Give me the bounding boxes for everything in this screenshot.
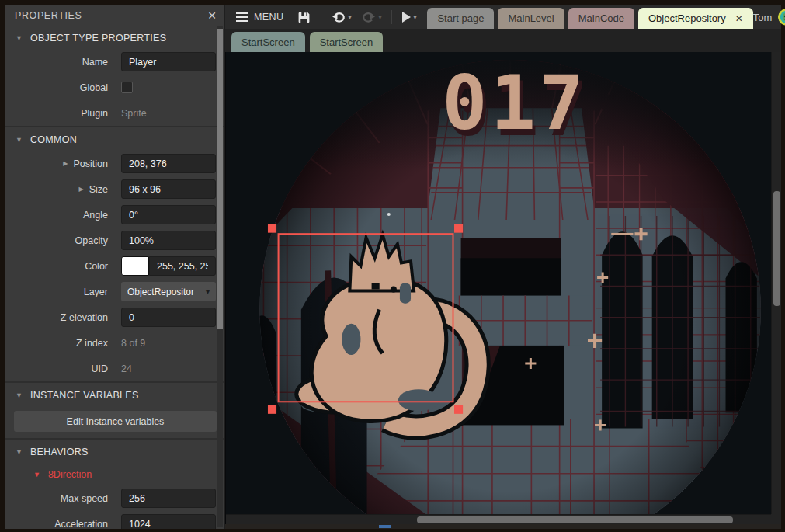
section-title: OBJECT TYPE PROPERTIES: [30, 33, 166, 43]
layer-dropdown-value: ObjectRepositor: [127, 287, 206, 297]
caret-down-icon[interactable]: ▾: [348, 14, 351, 21]
z-index-label: Z index: [76, 338, 108, 349]
collapse-triangle-icon: ▼: [16, 448, 23, 456]
tab-label: MainCode: [578, 12, 624, 24]
section-header-behaviors[interactable]: ▼ BEHAVIORS: [5, 438, 224, 463]
user-account[interactable]: Tom: [753, 5, 785, 29]
size-input[interactable]: [121, 179, 216, 199]
properties-panel-title: PROPERTIES: [15, 10, 82, 21]
property-row-uid: UID 24: [5, 356, 224, 381]
expand-triangle-icon[interactable]: ▶: [63, 160, 68, 167]
tab-objectrepository-active[interactable]: ObjectRepository ✕: [638, 8, 753, 29]
position-input[interactable]: [121, 154, 216, 173]
tab-label: ObjectRepository: [648, 12, 726, 24]
layout-subtabs: StartScreen StartScreen: [225, 29, 781, 52]
toolbar: MENU ▾: [225, 5, 781, 29]
global-label: Global: [80, 82, 108, 93]
layout-canvas[interactable]: 017 017: [225, 52, 781, 524]
layer-dropdown[interactable]: ObjectRepositor ▾: [121, 282, 216, 301]
properties-panel-header: PROPERTIES ✕: [5, 5, 224, 26]
score-text: 017 017: [442, 60, 590, 153]
section-title: BEHAVIORS: [30, 447, 89, 457]
subtab-label: StartScreen: [320, 37, 373, 48]
property-row-angle: Angle: [5, 202, 224, 228]
tab-mainlevel[interactable]: MainLevel: [498, 8, 564, 29]
collapse-triangle-icon: ▼: [33, 471, 40, 478]
undo-button[interactable]: ▾: [327, 5, 356, 29]
save-button[interactable]: [293, 5, 315, 29]
property-row-color: Color: [5, 253, 224, 279]
canvas-horizontal-scrollbar[interactable]: [226, 514, 771, 524]
color-swatch[interactable]: [121, 256, 149, 276]
size-label: Size: [89, 184, 108, 195]
score-text-face: 017: [442, 60, 587, 148]
avatar[interactable]: [778, 9, 785, 26]
selection-handle-top-left[interactable]: [268, 224, 276, 233]
angle-input[interactable]: [121, 205, 216, 224]
scrollbar-corner: [771, 514, 781, 524]
behavior-name: 8Direction: [48, 469, 92, 480]
main-area: MENU ▾: [225, 5, 781, 529]
toolbar-separator: [321, 10, 321, 24]
canvas-vertical-scrollbar[interactable]: [771, 52, 781, 514]
tab-start-page[interactable]: Start page: [427, 8, 494, 29]
properties-scrollbar[interactable]: [217, 26, 223, 527]
subtab-startscreen-2[interactable]: StartScreen: [310, 32, 384, 52]
plugin-value: Sprite: [121, 108, 147, 119]
editor-tabs: Start page MainLevel MainCode ObjectRepo…: [427, 5, 752, 29]
expand-triangle-icon[interactable]: ▶: [79, 186, 84, 193]
subtab-startscreen-1[interactable]: StartScreen: [231, 32, 305, 52]
vertical-scrollbar-thumb[interactable]: [773, 191, 780, 307]
behavior-header-8direction[interactable]: ▼ 8Direction: [5, 463, 224, 485]
max-speed-input[interactable]: [121, 489, 216, 508]
play-button[interactable]: ▾: [398, 5, 421, 29]
z-elevation-input[interactable]: [121, 308, 216, 327]
section-header-common[interactable]: ▼ COMMON: [5, 126, 224, 151]
position-label: Position: [74, 158, 108, 169]
property-row-z-elevation: Z elevation: [5, 304, 224, 330]
caret-down-icon[interactable]: ▾: [413, 14, 416, 21]
property-row-size: ▶Size: [5, 176, 224, 202]
hamburger-icon: [236, 12, 248, 22]
horizontal-scrollbar-thumb[interactable]: [417, 516, 733, 523]
global-checkbox[interactable]: [121, 82, 133, 93]
redo-button[interactable]: ▾: [357, 5, 386, 29]
selection-handle-bottom-right[interactable]: [454, 405, 463, 414]
property-row-max-speed: Max speed: [5, 485, 224, 511]
collapse-triangle-icon: ▼: [16, 136, 23, 144]
layer-label: Layer: [84, 287, 108, 297]
acceleration-label: Acceleration: [54, 519, 108, 530]
avatar-icon: [778, 9, 785, 26]
property-row-opacity: Opacity: [5, 228, 224, 253]
property-row-z-index: Z index 8 of 9: [5, 330, 224, 356]
property-row-acceleration: Acceleration: [5, 511, 224, 529]
properties-panel: PROPERTIES ✕ ▼ OBJECT TYPE PROPERTIES Na…: [5, 5, 225, 529]
collapse-triangle-icon: ▼: [16, 34, 23, 42]
opacity-input[interactable]: [121, 231, 216, 250]
selection-handle-bottom-left[interactable]: [268, 405, 276, 414]
color-input[interactable]: [149, 256, 216, 276]
properties-scrollbar-thumb[interactable]: [217, 29, 223, 329]
property-row-plugin: Plugin Sprite: [5, 100, 224, 126]
menu-button[interactable]: MENU: [228, 5, 291, 29]
opacity-label: Opacity: [75, 235, 108, 246]
tab-maincode[interactable]: MainCode: [568, 8, 634, 29]
tab-label: Start page: [437, 12, 484, 24]
sparkle-dot: [387, 213, 391, 216]
toolbar-separator: [391, 10, 392, 24]
uid-label: UID: [91, 363, 108, 374]
close-icon[interactable]: ✕: [207, 9, 217, 22]
toolbar-controls: MENU ▾: [228, 5, 421, 29]
section-header-object-type[interactable]: ▼ OBJECT TYPE PROPERTIES: [5, 26, 224, 49]
chevron-down-icon: ▾: [206, 287, 210, 296]
tab-label: MainLevel: [508, 12, 554, 24]
edit-instance-variables-button[interactable]: Edit Instance variables: [14, 411, 217, 432]
tab-close-icon[interactable]: ✕: [735, 13, 743, 24]
selection-handle-top-right[interactable]: [454, 224, 463, 233]
acceleration-input[interactable]: [121, 514, 216, 529]
section-header-instance-variables[interactable]: ▼ INSTANCE VARIABLES: [5, 381, 224, 406]
collapse-triangle-icon: ▼: [16, 391, 23, 399]
caret-down-icon: ▾: [378, 14, 381, 21]
name-label: Name: [82, 57, 108, 68]
name-input[interactable]: [121, 52, 216, 71]
